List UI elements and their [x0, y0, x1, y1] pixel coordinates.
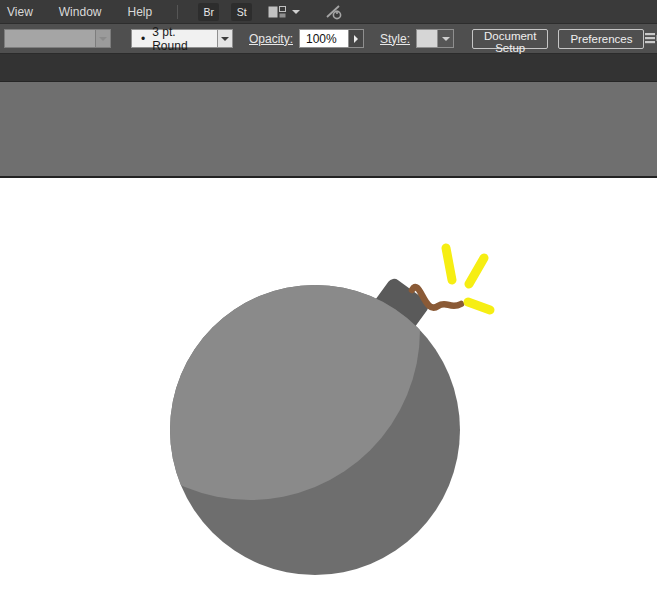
- document-tab-bar: [0, 54, 657, 82]
- menu-view[interactable]: View: [0, 0, 46, 24]
- bridge-button[interactable]: Br: [198, 3, 219, 21]
- pasteboard: [0, 82, 657, 178]
- workspace-icon: [268, 5, 286, 19]
- panels-flyout-icon: [644, 32, 657, 45]
- brush-definition-field: • 3 pt. Round: [132, 30, 217, 47]
- preferences-button[interactable]: Preferences: [558, 29, 644, 49]
- control-bar: • 3 pt. Round Opacity: 100% Style: Docum…: [0, 24, 657, 54]
- bomb-artwork: [0, 178, 657, 611]
- spark-icon: [468, 302, 490, 310]
- menu-window[interactable]: Window: [46, 0, 115, 24]
- spark-icon: [469, 258, 484, 284]
- opacity-input-group[interactable]: 100%: [299, 29, 364, 48]
- opacity-input[interactable]: 100%: [300, 30, 348, 47]
- chevron-down-icon[interactable]: [217, 30, 232, 47]
- width-profile-swatch: [5, 30, 95, 47]
- stock-button[interactable]: St: [231, 3, 252, 21]
- width-profile-dropdown[interactable]: [4, 29, 111, 48]
- menu-help[interactable]: Help: [114, 0, 165, 24]
- artboard-canvas[interactable]: [0, 178, 657, 611]
- brush-tip-dot: •: [141, 32, 145, 46]
- chevron-right-icon[interactable]: [348, 30, 363, 47]
- chevron-down-icon: [95, 30, 110, 47]
- bomb-sparks: [446, 248, 490, 310]
- chevron-down-icon: [292, 10, 300, 14]
- brush-definition-dropdown[interactable]: • 3 pt. Round: [131, 29, 233, 48]
- spark-icon: [446, 248, 452, 280]
- style-swatch: [417, 30, 437, 47]
- document-setup-button[interactable]: Document Setup: [472, 29, 548, 49]
- menubar-separator: [177, 5, 178, 19]
- opacity-label[interactable]: Opacity:: [249, 32, 293, 46]
- workspace-switcher[interactable]: [268, 5, 300, 19]
- chevron-down-icon[interactable]: [437, 30, 453, 47]
- style-label[interactable]: Style:: [380, 32, 410, 46]
- style-dropdown[interactable]: [416, 29, 454, 48]
- menu-bar: View Window Help Br St: [0, 0, 657, 24]
- brush-name-label: 3 pt. Round: [152, 25, 208, 53]
- share-screen-icon[interactable]: [324, 4, 344, 20]
- bomb-illustration: [80, 178, 490, 575]
- control-panel-flyout[interactable]: [644, 32, 657, 45]
